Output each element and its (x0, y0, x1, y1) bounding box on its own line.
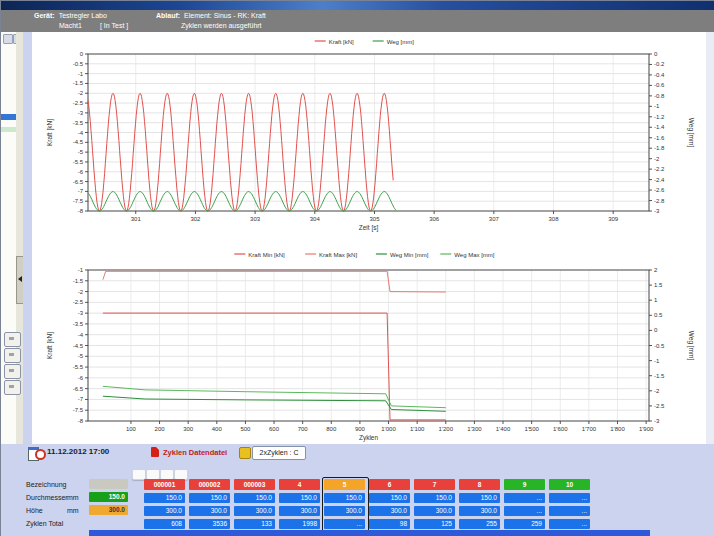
cell-hoehe[interactable]: 300.0 (144, 506, 185, 516)
column-header[interactable]: 10 (549, 479, 590, 490)
datafile-label[interactable]: Zyklen Datendatei (163, 448, 227, 457)
specimen-table: 000001150.0300.0608000002150.0300.035360… (144, 479, 599, 531)
column-header[interactable]: 9 (504, 479, 545, 490)
right-tick-label: -2.8 (654, 198, 665, 204)
cycles-button[interactable]: 2xZyklen : C (252, 446, 306, 460)
panel-button[interactable] (4, 332, 21, 347)
x-tick-label: 300 (183, 426, 194, 432)
panel-highlight-row[interactable] (1, 127, 17, 132)
x-tick-label: 400 (212, 426, 223, 432)
table-column-9: 9......259 (504, 479, 545, 529)
clock-icon (35, 449, 46, 460)
left-tick-label: -8 (78, 208, 84, 214)
column-header[interactable]: 4 (279, 479, 320, 490)
left-tick-label: -7.5 (73, 198, 84, 204)
cell-hoehe[interactable]: ... (504, 506, 545, 516)
cell-durchmesser[interactable]: 150.0 (459, 493, 500, 503)
right-tick-label: 0 (654, 327, 658, 333)
column-header[interactable]: 6 (369, 479, 410, 490)
column-header[interactable]: 000002 (189, 479, 230, 490)
device-name: Testregler Labo (59, 12, 107, 19)
unit-durchmesser: mm (67, 493, 79, 503)
left-tick-label: -2.5 (73, 299, 84, 305)
left-tick-label: -8 (78, 418, 84, 424)
x-tick-label: 301 (131, 216, 142, 222)
right-tick-label: -2.6 (654, 187, 665, 193)
durchmesser-value-box[interactable]: 150.0 (89, 492, 128, 502)
calendar-clock-icon (28, 447, 44, 459)
column-header[interactable]: 000001 (144, 479, 185, 490)
column-header[interactable]: 7 (414, 479, 455, 490)
right-tick-label: -0.6 (654, 82, 665, 88)
panel-button[interactable] (4, 380, 21, 395)
cell-zyklen[interactable]: 133 (234, 519, 275, 529)
left-tick-label: -3 (78, 110, 84, 116)
panel-tool-icon[interactable] (3, 34, 13, 44)
right-tick-label: -1.2 (654, 114, 665, 120)
hoehe-value-box[interactable]: 300.0 (89, 505, 128, 515)
cell-hoehe[interactable]: 300.0 (414, 506, 455, 516)
x-axis-title: Zeit [s] (359, 224, 379, 232)
table-column-5: 5150.0300.0... (324, 479, 365, 529)
x-tick-label: 308 (549, 216, 560, 222)
x-tick-label: 700 (298, 426, 309, 432)
sequence-info: Ablauf:Element: Sinus - RK: Kraft Zyklen… (156, 11, 266, 31)
cell-durchmesser[interactable]: 150.0 (369, 493, 410, 503)
table-column-8: 8150.0300.0255 (459, 479, 500, 529)
right-tick-label: -1 (654, 358, 660, 364)
left-tick-label: -6 (78, 169, 84, 175)
right-tick-label: 1 (654, 297, 658, 303)
left-tick-label: 0 (80, 51, 84, 57)
cell-durchmesser[interactable]: 150.0 (144, 493, 185, 503)
cell-durchmesser[interactable]: ... (504, 493, 545, 503)
column-header[interactable]: 000003 (234, 479, 275, 490)
x-tick-label: 1'300 (467, 426, 482, 432)
x-tick-label: 304 (310, 216, 321, 222)
left-tick-label: -3.5 (73, 120, 84, 126)
device-info: Gerät:Testregler Labo Macht1[ In Test ] (34, 11, 128, 31)
cell-hoehe[interactable]: 300.0 (189, 506, 230, 516)
cell-zyklen[interactable]: 259 (504, 519, 545, 529)
cell-zyklen[interactable]: ... (549, 519, 590, 529)
right-tick-label: -0.4 (654, 72, 665, 78)
right-tick-label: -0.2 (654, 61, 665, 67)
cell-durchmesser[interactable]: 150.0 (234, 493, 275, 503)
right-tick-label: 2 (654, 267, 658, 273)
right-tick-label: -2.2 (654, 166, 665, 172)
sequence-label: Ablauf: (156, 12, 180, 19)
cell-hoehe[interactable]: ... (549, 506, 590, 516)
left-tick-label: -2 (78, 90, 84, 96)
cell-zyklen[interactable]: 608 (144, 519, 185, 529)
cell-durchmesser[interactable]: ... (549, 493, 590, 503)
cell-zyklen[interactable]: 1998 (279, 519, 320, 529)
panel-button[interactable] (4, 348, 21, 363)
x-tick-label: 1'600 (553, 426, 568, 432)
panel-selected-row[interactable] (1, 114, 17, 120)
cell-zyklen[interactable]: 255 (459, 519, 500, 529)
cell-zyklen[interactable]: 125 (414, 519, 455, 529)
right-tick-label: 0 (654, 51, 658, 57)
row-label-bezeichnung: Bezeichnung (26, 480, 66, 490)
cell-durchmesser[interactable]: 150.0 (414, 493, 455, 503)
table-column-000002: 000002150.0300.03536 (189, 479, 230, 529)
cell-durchmesser[interactable]: 150.0 (279, 493, 320, 503)
column-header[interactable]: 8 (459, 479, 500, 490)
cell-hoehe[interactable]: 300.0 (369, 506, 410, 516)
bottom-panel: 11.12.2012 17:00 Zyklen Datendatei 2xZyk… (1, 444, 714, 536)
cell-hoehe[interactable]: 300.0 (279, 506, 320, 516)
legend-label: Weg Max [mm] (454, 252, 495, 258)
x-tick-label: 1'800 (610, 426, 625, 432)
x-tick-label: 800 (326, 426, 337, 432)
cell-hoehe[interactable]: 300.0 (459, 506, 500, 516)
panel-button[interactable] (4, 364, 21, 379)
bezeichnung-value-box[interactable] (89, 479, 128, 489)
cell-zyklen[interactable]: 98 (369, 519, 410, 529)
x-tick-label: 307 (489, 216, 500, 222)
left-tick-label: -5 (78, 149, 84, 155)
left-tick-label: -7 (78, 188, 84, 194)
cell-zyklen[interactable]: 3536 (189, 519, 230, 529)
cell-hoehe[interactable]: 300.0 (234, 506, 275, 516)
x-tick-label: 200 (155, 426, 166, 432)
cell-durchmesser[interactable]: 150.0 (189, 493, 230, 503)
x-axis-title: Zyklen (359, 434, 379, 442)
